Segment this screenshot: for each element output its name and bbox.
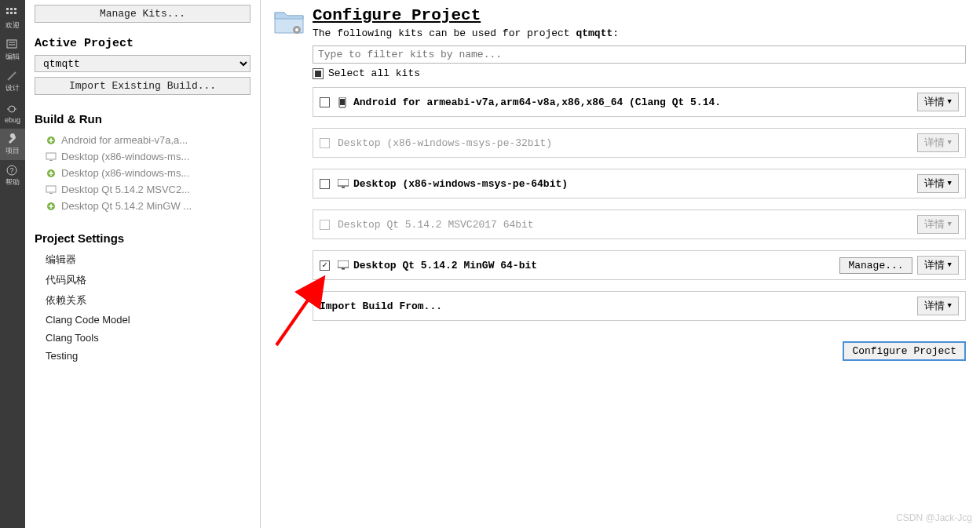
svg-rect-3 bbox=[6, 12, 9, 14]
checkbox-icon bbox=[320, 138, 330, 148]
desktop-icon bbox=[338, 260, 349, 270]
kit-list-item[interactable]: Desktop (x86-windows-ms... bbox=[46, 148, 250, 165]
wrench-icon bbox=[5, 133, 20, 145]
svg-rect-19 bbox=[49, 193, 53, 194]
plus-icon bbox=[46, 135, 57, 146]
watermark: CSDN @Jack-Jcg bbox=[896, 512, 972, 523]
svg-rect-25 bbox=[338, 179, 349, 186]
svg-rect-24 bbox=[340, 99, 345, 105]
kit-filter-input[interactable] bbox=[313, 46, 966, 64]
chevron-down-icon: ▼ bbox=[948, 139, 952, 147]
kit-row-mingw[interactable]: Desktop Qt 5.14.2 MinGW 64-bit Manage...… bbox=[313, 250, 966, 280]
build-run-heading: Build & Run bbox=[35, 112, 250, 126]
checkbox-icon bbox=[320, 220, 330, 230]
mode-design[interactable]: 设计 bbox=[0, 66, 25, 97]
kit-list-item[interactable]: Desktop Qt 5.14.2 MSVC2... bbox=[46, 181, 250, 198]
mode-help[interactable]: ? 帮助 bbox=[0, 160, 25, 191]
page-title: Configure Project bbox=[313, 6, 966, 24]
import-details-button[interactable]: 详情▼ bbox=[917, 297, 959, 315]
kit-details-button[interactable]: 详情▼ bbox=[917, 256, 959, 275]
chevron-down-icon: ▼ bbox=[948, 180, 952, 188]
settings-editor[interactable]: 编辑器 bbox=[46, 249, 250, 270]
svg-rect-16 bbox=[49, 160, 53, 161]
import-build-row[interactable]: Import Build From... 详情▼ bbox=[313, 291, 966, 321]
svg-rect-4 bbox=[10, 12, 13, 14]
design-icon bbox=[5, 70, 20, 82]
settings-clang-model[interactable]: Clang Code Model bbox=[46, 311, 250, 329]
svg-point-22 bbox=[295, 28, 298, 31]
kit-row-desktop-32: Desktop (x86-windows-msys-pe-32bit) 详情▼ bbox=[313, 128, 966, 158]
kit-list-item[interactable]: Desktop (x86-windows-ms... bbox=[46, 165, 250, 181]
grid-icon bbox=[5, 7, 20, 20]
desktop-icon bbox=[46, 151, 57, 162]
svg-point-9 bbox=[9, 106, 15, 112]
kit-details-button[interactable]: 详情▼ bbox=[917, 174, 959, 193]
checkbox-icon[interactable] bbox=[320, 179, 330, 189]
kit-details-button[interactable]: 详情▼ bbox=[917, 93, 959, 111]
kit-row-desktop-64[interactable]: Desktop (x86-windows-msys-pe-64bit) 详情▼ bbox=[313, 169, 966, 198]
folder-gear-icon bbox=[272, 6, 306, 38]
select-all-kits[interactable]: Select all kits bbox=[313, 67, 966, 79]
projects-side-panel: Manage Kits... Active Project qtmqtt Imp… bbox=[25, 0, 261, 528]
settings-dependencies[interactable]: 依赖关系 bbox=[46, 290, 250, 311]
checkbox-icon[interactable] bbox=[320, 97, 330, 107]
configure-project-panel: Configure Project The following kits can… bbox=[261, 0, 980, 528]
mode-welcome[interactable]: 欢迎 bbox=[0, 3, 25, 35]
kit-details-button: 详情▼ bbox=[917, 215, 959, 234]
settings-testing[interactable]: Testing bbox=[46, 347, 250, 365]
desktop-icon bbox=[338, 179, 349, 188]
plus-icon bbox=[46, 201, 57, 212]
project-settings-heading: Project Settings bbox=[35, 231, 250, 245]
kit-manage-button[interactable]: Manage... bbox=[839, 257, 912, 274]
active-project-heading: Active Project bbox=[35, 37, 250, 50]
chevron-down-icon: ▼ bbox=[948, 98, 952, 106]
edit-icon bbox=[5, 38, 20, 51]
svg-rect-27 bbox=[338, 260, 349, 268]
mode-projects[interactable]: 项目 bbox=[0, 129, 25, 160]
svg-rect-2 bbox=[14, 8, 16, 10]
mode-edit[interactable]: 编辑 bbox=[0, 35, 25, 66]
chevron-down-icon: ▼ bbox=[948, 261, 952, 269]
manage-kits-button[interactable]: Manage Kits... bbox=[35, 5, 250, 23]
plus-icon bbox=[46, 168, 57, 179]
svg-rect-18 bbox=[46, 186, 56, 192]
svg-rect-28 bbox=[342, 268, 345, 270]
svg-rect-15 bbox=[46, 153, 56, 159]
svg-rect-1 bbox=[10, 8, 13, 10]
kit-list-item[interactable]: Android for armeabi-v7a,a... bbox=[46, 132, 250, 148]
svg-rect-6 bbox=[7, 40, 16, 48]
svg-text:?: ? bbox=[9, 166, 13, 174]
configure-project-button[interactable]: Configure Project bbox=[843, 341, 966, 361]
checkbox-checked-icon[interactable] bbox=[320, 260, 330, 271]
svg-rect-26 bbox=[342, 187, 345, 188]
chevron-down-icon: ▼ bbox=[948, 302, 952, 310]
kit-details-button: 详情▼ bbox=[917, 133, 959, 152]
desktop-icon bbox=[46, 184, 57, 195]
project-settings-list: 编辑器 代码风格 依赖关系 Clang Code Model Clang Too… bbox=[35, 249, 250, 365]
svg-rect-5 bbox=[14, 12, 16, 14]
settings-clang-tools[interactable]: Clang Tools bbox=[46, 329, 250, 347]
chevron-down-icon: ▼ bbox=[948, 220, 952, 228]
build-run-kit-list: Android for armeabi-v7a,a... Desktop (x8… bbox=[35, 132, 250, 214]
kit-row-android[interactable]: Android for armeabi-v7a,arm64-v8a,x86,x8… bbox=[313, 87, 966, 117]
debug-icon bbox=[5, 103, 20, 115]
kit-row-msvc: Desktop Qt 5.14.2 MSVC2017 64bit 详情▼ bbox=[313, 209, 966, 239]
mode-sidebar: 欢迎 编辑 设计 ebug 项目 ? 帮助 bbox=[0, 0, 25, 528]
settings-code-style[interactable]: 代码风格 bbox=[46, 270, 250, 290]
svg-rect-0 bbox=[6, 8, 9, 10]
mode-debug[interactable]: ebug bbox=[0, 97, 25, 129]
active-project-select[interactable]: qtmqtt bbox=[35, 55, 250, 72]
kit-list-item[interactable]: Desktop Qt 5.14.2 MinGW ... bbox=[46, 198, 250, 214]
phone-icon bbox=[338, 97, 349, 107]
subtitle: The following kits can be used for proje… bbox=[313, 27, 966, 39]
help-icon: ? bbox=[5, 164, 20, 177]
checkbox-indeterminate-icon bbox=[313, 68, 324, 79]
import-existing-build-button[interactable]: Import Existing Build... bbox=[35, 77, 250, 95]
